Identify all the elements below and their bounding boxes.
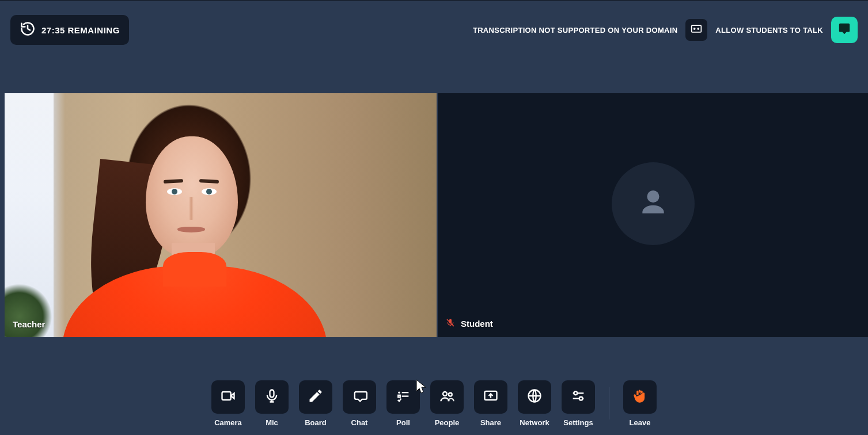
toolbar-divider xyxy=(609,387,609,419)
board-label: Board xyxy=(305,418,327,427)
teacher-tile-label: Teacher xyxy=(13,319,45,329)
network-label: Network xyxy=(520,418,549,427)
tool-board: Board xyxy=(299,380,332,427)
closed-caption-icon xyxy=(691,23,702,37)
poll-icon xyxy=(395,388,411,406)
svg-rect-9 xyxy=(398,395,400,397)
student-tile-label: Student xyxy=(446,318,493,329)
share-label: Share xyxy=(480,418,501,427)
svg-point-19 xyxy=(579,396,583,400)
tool-network: Network xyxy=(518,380,551,427)
microphone-icon xyxy=(264,388,280,406)
board-button[interactable] xyxy=(299,380,332,414)
mic-label: Mic xyxy=(266,418,278,427)
video-tile-teacher[interactable]: Teacher xyxy=(5,93,437,337)
bottom-toolbar: Camera Mic Board Chat Poll People xyxy=(0,372,868,435)
people-icon xyxy=(439,388,455,406)
wave-hand-icon xyxy=(632,388,648,406)
svg-point-13 xyxy=(449,392,452,396)
video-stage: Teacher Student xyxy=(5,93,868,337)
header-bar: 27:35 REMAINING TRANSCRIPTION NOT SUPPOR… xyxy=(0,1,868,59)
tool-settings: Settings xyxy=(562,380,595,427)
camera-label: Camera xyxy=(214,418,242,427)
svg-point-16 xyxy=(574,391,577,395)
tool-leave: Leave xyxy=(623,380,657,427)
svg-rect-4 xyxy=(222,392,231,400)
tool-chat: Chat xyxy=(343,380,376,427)
sliders-icon xyxy=(570,388,586,406)
svg-rect-1 xyxy=(693,28,695,29)
teacher-name: Teacher xyxy=(13,319,45,329)
student-avatar-placeholder xyxy=(612,162,695,245)
settings-button[interactable] xyxy=(562,380,595,414)
chat-icon xyxy=(351,388,367,406)
open-chat-button[interactable] xyxy=(831,17,858,43)
timer-pill[interactable]: 27:35 REMAINING xyxy=(10,15,129,45)
student-name: Student xyxy=(461,319,493,329)
poll-label: Poll xyxy=(396,418,410,427)
pencil-icon xyxy=(308,388,324,406)
timer-text: 27:35 REMAINING xyxy=(41,25,120,35)
camera-icon xyxy=(220,388,236,406)
people-button[interactable] xyxy=(430,380,464,414)
svg-point-7 xyxy=(398,391,400,394)
teacher-webcam-feed xyxy=(5,93,437,337)
svg-rect-0 xyxy=(692,25,702,32)
transcription-warning: TRANSCRIPTION NOT SUPPORTED ON YOUR DOMA… xyxy=(473,26,677,35)
chat-label: Chat xyxy=(351,418,368,427)
closed-caption-button[interactable] xyxy=(685,19,707,41)
network-button[interactable] xyxy=(518,380,551,414)
mic-button[interactable] xyxy=(255,380,289,414)
header-right: TRANSCRIPTION NOT SUPPORTED ON YOUR DOMA… xyxy=(473,17,858,43)
svg-rect-6 xyxy=(270,390,274,397)
tool-share: Share xyxy=(474,380,507,427)
clock-history-icon xyxy=(20,21,36,39)
screen-share-icon xyxy=(483,388,499,406)
chat-bubble-icon xyxy=(838,22,851,37)
leave-button[interactable] xyxy=(623,380,657,414)
leave-label: Leave xyxy=(630,418,651,427)
poll-button[interactable] xyxy=(386,380,420,414)
svg-point-12 xyxy=(443,392,447,396)
tool-poll: Poll xyxy=(386,380,420,427)
allow-students-toggle[interactable]: ALLOW STUDENTS TO TALK xyxy=(715,26,823,35)
network-icon xyxy=(526,388,543,406)
video-tile-student[interactable]: Student xyxy=(438,93,868,337)
person-icon xyxy=(637,186,669,221)
tool-camera: Camera xyxy=(211,380,245,427)
tool-mic: Mic xyxy=(255,380,289,427)
share-button[interactable] xyxy=(474,380,507,414)
svg-rect-2 xyxy=(698,28,699,29)
mic-muted-icon xyxy=(446,318,455,329)
people-label: People xyxy=(435,418,460,427)
settings-label: Settings xyxy=(563,418,593,427)
chat-button[interactable] xyxy=(343,380,376,414)
camera-button[interactable] xyxy=(211,380,245,414)
tool-people: People xyxy=(430,380,464,427)
